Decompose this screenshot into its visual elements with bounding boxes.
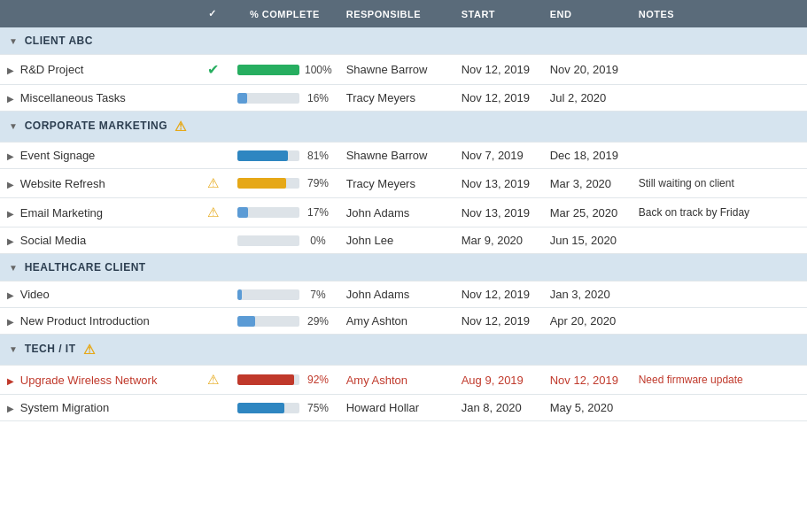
group-collapse-arrow[interactable]: ▼ <box>9 263 21 273</box>
task-responsible-event-signage: Shawne Barrow <box>339 143 454 169</box>
progress-bar-bg <box>237 235 299 246</box>
progress-bar-fill <box>237 289 242 300</box>
progress-bar-fill <box>237 65 299 75</box>
task-start-new-product-intro: Nov 12, 2019 <box>454 308 543 335</box>
group-header-client-abc[interactable]: ▼ CLIENT ABC <box>0 27 807 55</box>
task-name-text: System Migration <box>20 401 109 414</box>
task-check-website-refresh: ⚠ <box>195 169 230 198</box>
task-expand-arrow[interactable]: ▶ <box>7 317 17 327</box>
check-col-label: ✓ <box>208 8 217 19</box>
task-row-social-media: ▶ Social Media0%John LeeMar 9, 2020Jun 1… <box>0 227 807 254</box>
pct-label: 16% <box>305 92 331 104</box>
task-notes-event-signage <box>632 143 807 169</box>
task-check-rd-project: ✔ <box>195 55 230 85</box>
header-complete: % Complete <box>230 0 339 27</box>
task-expand-arrow[interactable]: ▶ <box>7 66 17 75</box>
responsible-col-label: Responsible <box>346 9 421 19</box>
group-label-healthcare-client: ▼ HEALTHCARE CLIENT <box>0 254 807 281</box>
task-responsible-upgrade-wireless: Amy Ashton <box>339 366 454 395</box>
task-expand-arrow[interactable]: ▶ <box>7 236 17 246</box>
progress-bar-bg <box>237 93 299 104</box>
group-name-text: HEALTHCARE CLIENT <box>25 261 146 274</box>
task-row-video: ▶ Video7%John AdamsNov 12, 2019Jan 3, 20… <box>0 281 807 308</box>
task-expand-arrow[interactable]: ▶ <box>7 151 17 161</box>
task-check-new-product-intro <box>195 308 230 335</box>
task-row-upgrade-wireless: ▶ Upgrade Wireless Network⚠92%Amy Ashton… <box>0 366 807 395</box>
progress-bar-fill <box>237 178 286 189</box>
group-header-tech-it[interactable]: ▼ TECH / IT⚠ <box>0 335 807 366</box>
pct-label: 7% <box>305 289 331 301</box>
end-col-label: End <box>550 9 572 19</box>
check-icon: ✔ <box>207 62 219 77</box>
task-notes-system-migration <box>632 395 807 421</box>
group-collapse-arrow[interactable]: ▼ <box>9 121 21 131</box>
header-name <box>0 0 195 27</box>
task-responsible-video: John Adams <box>339 281 454 308</box>
task-row-event-signage: ▶ Event Signage81%Shawne BarrowNov 7, 20… <box>0 143 807 169</box>
task-complete-rd-project: 100% <box>230 55 339 85</box>
pct-label: 75% <box>305 402 331 414</box>
progress-bar-fill <box>237 207 248 218</box>
task-expand-arrow[interactable]: ▶ <box>7 209 17 219</box>
task-row-rd-project: ▶ R&D Project✔100%Shawne BarrowNov 12, 2… <box>0 55 807 85</box>
pct-label: 29% <box>305 315 331 328</box>
task-start-event-signage: Nov 7, 2019 <box>454 143 543 169</box>
task-complete-new-product-intro: 29% <box>230 308 339 335</box>
group-collapse-arrow[interactable]: ▼ <box>9 344 21 354</box>
task-name-website-refresh: ▶ Website Refresh <box>0 169 195 198</box>
group-name-text: TECH / IT <box>25 343 76 355</box>
group-header-healthcare-client[interactable]: ▼ HEALTHCARE CLIENT <box>0 254 807 281</box>
task-notes-rd-project <box>632 55 807 85</box>
task-check-misc-tasks <box>195 85 230 112</box>
progress-bar-bg <box>237 178 299 189</box>
task-row-system-migration: ▶ System Migration75%Howard HollarJan 8,… <box>0 395 807 421</box>
task-name-text: Event Signage <box>20 149 96 162</box>
task-name-text: Email Marketing <box>20 206 103 220</box>
progress-bar-fill <box>237 150 288 161</box>
task-end-website-refresh: Mar 3, 2020 <box>543 169 632 198</box>
progress-bar-fill <box>237 374 294 385</box>
task-name-social-media: ▶ Social Media <box>0 227 195 254</box>
task-expand-arrow[interactable]: ▶ <box>7 404 17 413</box>
task-expand-arrow[interactable]: ▶ <box>7 376 17 386</box>
header-notes: Notes <box>632 0 807 27</box>
warning-icon: ⚠ <box>207 204 219 220</box>
task-end-upgrade-wireless: Nov 12, 2019 <box>543 366 632 395</box>
task-complete-email-marketing: 17% <box>230 198 339 227</box>
task-complete-social-media: 0% <box>230 227 339 254</box>
task-check-system-migration <box>195 395 230 421</box>
task-responsible-rd-project: Shawne Barrow <box>339 55 454 85</box>
pct-label: 0% <box>305 235 331 247</box>
group-header-corporate-marketing[interactable]: ▼ CORPORATE MARKETING⚠ <box>0 112 807 143</box>
task-responsible-misc-tasks: Tracy Meyers <box>339 85 454 112</box>
task-name-text: Video <box>20 288 50 301</box>
pct-label: 17% <box>305 206 331 219</box>
task-responsible-system-migration: Howard Hollar <box>339 395 454 421</box>
task-start-system-migration: Jan 8, 2020 <box>454 395 543 421</box>
task-name-system-migration: ▶ System Migration <box>0 395 195 421</box>
task-notes-website-refresh: Still waiting on client <box>632 169 807 198</box>
task-expand-arrow[interactable]: ▶ <box>7 290 17 300</box>
task-end-system-migration: May 5, 2020 <box>543 395 632 421</box>
complete-col-label: % Complete <box>250 9 320 19</box>
task-name-event-signage: ▶ Event Signage <box>0 143 195 169</box>
task-responsible-email-marketing: John Adams <box>339 198 454 227</box>
warning-icon: ⚠ <box>207 175 219 190</box>
task-check-email-marketing: ⚠ <box>195 198 230 227</box>
progress-bar-bg <box>237 403 299 413</box>
task-row-email-marketing: ▶ Email Marketing⚠17%John AdamsNov 13, 2… <box>0 198 807 227</box>
task-name-text: Miscellaneous Tasks <box>20 91 126 104</box>
progress-bar-fill <box>237 93 247 104</box>
header-start: Start <box>454 0 543 27</box>
task-end-event-signage: Dec 18, 2019 <box>543 143 632 169</box>
progress-bar-fill <box>237 403 284 413</box>
task-notes-social-media <box>632 227 807 254</box>
pct-label: 81% <box>305 150 331 162</box>
task-expand-arrow[interactable]: ▶ <box>7 180 17 189</box>
pct-label: 92% <box>305 374 331 386</box>
group-collapse-arrow[interactable]: ▼ <box>9 36 21 46</box>
task-complete-system-migration: 75% <box>230 395 339 421</box>
task-expand-arrow[interactable]: ▶ <box>7 94 17 104</box>
pct-label: 100% <box>305 64 332 76</box>
task-start-website-refresh: Nov 13, 2019 <box>454 169 543 198</box>
